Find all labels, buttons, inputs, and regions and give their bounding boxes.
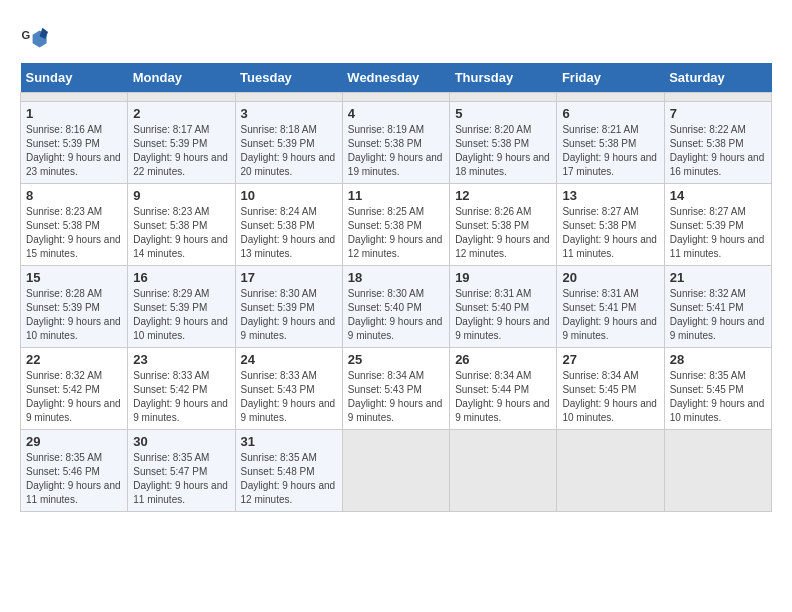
calendar-cell: 20Sunrise: 8:31 AM Sunset: 5:41 PM Dayli… (557, 266, 664, 348)
page-header: G (20, 20, 772, 53)
calendar-cell: 6Sunrise: 8:21 AM Sunset: 5:38 PM Daylig… (557, 102, 664, 184)
day-number: 11 (348, 188, 444, 203)
calendar-cell: 10Sunrise: 8:24 AM Sunset: 5:38 PM Dayli… (235, 184, 342, 266)
calendar-cell: 2Sunrise: 8:17 AM Sunset: 5:39 PM Daylig… (128, 102, 235, 184)
calendar-cell: 29Sunrise: 8:35 AM Sunset: 5:46 PM Dayli… (21, 430, 128, 512)
calendar-cell: 4Sunrise: 8:19 AM Sunset: 5:38 PM Daylig… (342, 102, 449, 184)
calendar-week-2: 1Sunrise: 8:16 AM Sunset: 5:39 PM Daylig… (21, 102, 772, 184)
calendar-cell (128, 93, 235, 102)
day-info: Sunrise: 8:35 AM Sunset: 5:46 PM Dayligh… (26, 451, 122, 507)
logo: G (20, 25, 50, 53)
day-info: Sunrise: 8:31 AM Sunset: 5:40 PM Dayligh… (455, 287, 551, 343)
calendar-table: SundayMondayTuesdayWednesdayThursdayFrid… (20, 63, 772, 512)
calendar-cell (557, 430, 664, 512)
calendar-cell: 8Sunrise: 8:23 AM Sunset: 5:38 PM Daylig… (21, 184, 128, 266)
calendar-cell (557, 93, 664, 102)
day-number: 12 (455, 188, 551, 203)
column-header-monday: Monday (128, 63, 235, 93)
day-number: 30 (133, 434, 229, 449)
calendar-cell: 11Sunrise: 8:25 AM Sunset: 5:38 PM Dayli… (342, 184, 449, 266)
calendar-cell: 3Sunrise: 8:18 AM Sunset: 5:39 PM Daylig… (235, 102, 342, 184)
calendar-cell: 21Sunrise: 8:32 AM Sunset: 5:41 PM Dayli… (664, 266, 771, 348)
day-number: 1 (26, 106, 122, 121)
day-info: Sunrise: 8:31 AM Sunset: 5:41 PM Dayligh… (562, 287, 658, 343)
day-info: Sunrise: 8:27 AM Sunset: 5:38 PM Dayligh… (562, 205, 658, 261)
day-info: Sunrise: 8:27 AM Sunset: 5:39 PM Dayligh… (670, 205, 766, 261)
calendar-cell (664, 430, 771, 512)
day-number: 18 (348, 270, 444, 285)
day-number: 21 (670, 270, 766, 285)
svg-text:G: G (21, 29, 30, 41)
column-header-tuesday: Tuesday (235, 63, 342, 93)
day-number: 14 (670, 188, 766, 203)
calendar-cell: 13Sunrise: 8:27 AM Sunset: 5:38 PM Dayli… (557, 184, 664, 266)
day-number: 22 (26, 352, 122, 367)
day-info: Sunrise: 8:34 AM Sunset: 5:45 PM Dayligh… (562, 369, 658, 425)
calendar-cell: 22Sunrise: 8:32 AM Sunset: 5:42 PM Dayli… (21, 348, 128, 430)
calendar-cell: 26Sunrise: 8:34 AM Sunset: 5:44 PM Dayli… (450, 348, 557, 430)
calendar-cell: 27Sunrise: 8:34 AM Sunset: 5:45 PM Dayli… (557, 348, 664, 430)
day-info: Sunrise: 8:29 AM Sunset: 5:39 PM Dayligh… (133, 287, 229, 343)
calendar-week-4: 15Sunrise: 8:28 AM Sunset: 5:39 PM Dayli… (21, 266, 772, 348)
day-number: 4 (348, 106, 444, 121)
day-number: 8 (26, 188, 122, 203)
column-header-thursday: Thursday (450, 63, 557, 93)
day-info: Sunrise: 8:23 AM Sunset: 5:38 PM Dayligh… (133, 205, 229, 261)
column-header-sunday: Sunday (21, 63, 128, 93)
column-header-saturday: Saturday (664, 63, 771, 93)
day-number: 3 (241, 106, 337, 121)
day-info: Sunrise: 8:35 AM Sunset: 5:48 PM Dayligh… (241, 451, 337, 507)
day-number: 31 (241, 434, 337, 449)
calendar-cell: 28Sunrise: 8:35 AM Sunset: 5:45 PM Dayli… (664, 348, 771, 430)
day-info: Sunrise: 8:17 AM Sunset: 5:39 PM Dayligh… (133, 123, 229, 179)
calendar-cell: 31Sunrise: 8:35 AM Sunset: 5:48 PM Dayli… (235, 430, 342, 512)
column-header-friday: Friday (557, 63, 664, 93)
day-info: Sunrise: 8:19 AM Sunset: 5:38 PM Dayligh… (348, 123, 444, 179)
logo-icon: G (20, 25, 48, 53)
calendar-header-row: SundayMondayTuesdayWednesdayThursdayFrid… (21, 63, 772, 93)
day-info: Sunrise: 8:33 AM Sunset: 5:43 PM Dayligh… (241, 369, 337, 425)
day-info: Sunrise: 8:32 AM Sunset: 5:42 PM Dayligh… (26, 369, 122, 425)
day-info: Sunrise: 8:21 AM Sunset: 5:38 PM Dayligh… (562, 123, 658, 179)
day-info: Sunrise: 8:22 AM Sunset: 5:38 PM Dayligh… (670, 123, 766, 179)
calendar-cell: 17Sunrise: 8:30 AM Sunset: 5:39 PM Dayli… (235, 266, 342, 348)
day-info: Sunrise: 8:23 AM Sunset: 5:38 PM Dayligh… (26, 205, 122, 261)
day-info: Sunrise: 8:25 AM Sunset: 5:38 PM Dayligh… (348, 205, 444, 261)
calendar-cell: 7Sunrise: 8:22 AM Sunset: 5:38 PM Daylig… (664, 102, 771, 184)
day-number: 16 (133, 270, 229, 285)
day-info: Sunrise: 8:30 AM Sunset: 5:40 PM Dayligh… (348, 287, 444, 343)
calendar-cell: 18Sunrise: 8:30 AM Sunset: 5:40 PM Dayli… (342, 266, 449, 348)
day-number: 9 (133, 188, 229, 203)
calendar-cell: 12Sunrise: 8:26 AM Sunset: 5:38 PM Dayli… (450, 184, 557, 266)
day-info: Sunrise: 8:30 AM Sunset: 5:39 PM Dayligh… (241, 287, 337, 343)
calendar-week-1 (21, 93, 772, 102)
day-number: 24 (241, 352, 337, 367)
day-number: 28 (670, 352, 766, 367)
day-number: 2 (133, 106, 229, 121)
calendar-cell: 23Sunrise: 8:33 AM Sunset: 5:42 PM Dayli… (128, 348, 235, 430)
calendar-cell: 14Sunrise: 8:27 AM Sunset: 5:39 PM Dayli… (664, 184, 771, 266)
day-number: 13 (562, 188, 658, 203)
day-number: 19 (455, 270, 551, 285)
column-header-wednesday: Wednesday (342, 63, 449, 93)
day-info: Sunrise: 8:34 AM Sunset: 5:44 PM Dayligh… (455, 369, 551, 425)
calendar-cell: 16Sunrise: 8:29 AM Sunset: 5:39 PM Dayli… (128, 266, 235, 348)
day-number: 20 (562, 270, 658, 285)
day-info: Sunrise: 8:26 AM Sunset: 5:38 PM Dayligh… (455, 205, 551, 261)
day-info: Sunrise: 8:32 AM Sunset: 5:41 PM Dayligh… (670, 287, 766, 343)
calendar-week-3: 8Sunrise: 8:23 AM Sunset: 5:38 PM Daylig… (21, 184, 772, 266)
day-info: Sunrise: 8:35 AM Sunset: 5:47 PM Dayligh… (133, 451, 229, 507)
calendar-cell: 19Sunrise: 8:31 AM Sunset: 5:40 PM Dayli… (450, 266, 557, 348)
calendar-cell (450, 430, 557, 512)
day-number: 25 (348, 352, 444, 367)
day-info: Sunrise: 8:18 AM Sunset: 5:39 PM Dayligh… (241, 123, 337, 179)
calendar-cell: 25Sunrise: 8:34 AM Sunset: 5:43 PM Dayli… (342, 348, 449, 430)
day-number: 5 (455, 106, 551, 121)
day-number: 29 (26, 434, 122, 449)
day-number: 7 (670, 106, 766, 121)
day-info: Sunrise: 8:33 AM Sunset: 5:42 PM Dayligh… (133, 369, 229, 425)
day-info: Sunrise: 8:16 AM Sunset: 5:39 PM Dayligh… (26, 123, 122, 179)
calendar-week-5: 22Sunrise: 8:32 AM Sunset: 5:42 PM Dayli… (21, 348, 772, 430)
calendar-cell: 24Sunrise: 8:33 AM Sunset: 5:43 PM Dayli… (235, 348, 342, 430)
calendar-cell (21, 93, 128, 102)
